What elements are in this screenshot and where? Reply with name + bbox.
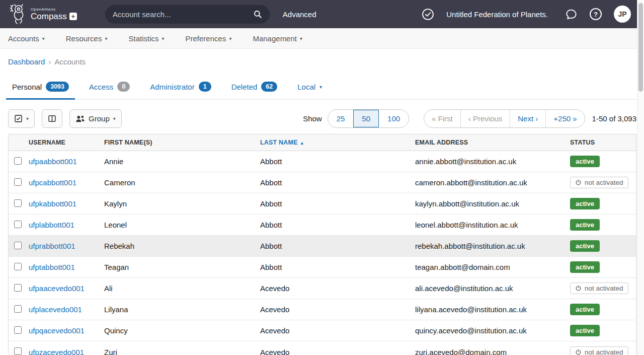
table-row: ufplacevedo001 Lilyana Acevedo lilyana.a…	[9, 299, 636, 320]
table-row: ufpaacevedo001 Ali Acevedo ali.acevedo@i…	[9, 278, 636, 299]
table-toolbar: ▾ Group ▾ Show 2550100 « First‹ Previous…	[8, 109, 636, 128]
tab[interactable]: Deleted 62	[225, 82, 284, 100]
email-cell: teagan.abbott@domain.com	[415, 263, 570, 271]
checkbox-icon	[14, 114, 23, 123]
power-icon	[575, 349, 582, 355]
username-link[interactable]: ufplabbott001	[29, 221, 104, 229]
table-row: ufpkabbott001 Kaylyn Abbott kaylyn.abbot…	[9, 193, 636, 215]
brand-small-text: OpenAthens	[31, 7, 77, 12]
column-header[interactable]: EMAIL ADDRESS	[415, 139, 570, 146]
row-checkbox-cell	[9, 199, 29, 208]
username-link[interactable]: ufpaacevedo001	[29, 284, 104, 293]
pagination-button[interactable]: « First	[424, 110, 460, 127]
row-checkbox[interactable]	[14, 178, 22, 186]
openathens-owl-logo	[8, 3, 27, 25]
pagination-button[interactable]: +250 »	[545, 110, 584, 127]
row-checkbox-cell	[9, 242, 29, 251]
show-label: Show	[303, 114, 322, 123]
row-checkbox[interactable]	[14, 242, 22, 249]
nav-menu-item[interactable]: Preferences ▾	[186, 34, 232, 43]
tab-count-badge: 3093	[46, 82, 69, 92]
username-link[interactable]: ufpqacevedo001	[29, 326, 104, 335]
row-checkbox[interactable]	[14, 199, 22, 207]
column-header[interactable]: LAST NAME▲	[260, 139, 415, 146]
nav-menu-item[interactable]: Accounts ▾	[8, 34, 45, 43]
status-badge-active: active	[570, 240, 600, 252]
group-button[interactable]: Group ▾	[69, 109, 122, 128]
tab-count-badge: 1	[199, 82, 211, 92]
username-link[interactable]: ufplacevedo001	[29, 305, 104, 314]
nav-menu-item[interactable]: Management ▾	[253, 34, 302, 43]
openathens-compass-logo[interactable]: OpenAthens Compass +	[8, 3, 77, 25]
status-badge-not-activated: not activated	[570, 177, 628, 188]
pagination-button[interactable]: Next ›	[510, 110, 545, 127]
status-badge-active: active	[570, 325, 600, 336]
row-checkbox-cell	[9, 347, 29, 355]
username-link[interactable]: ufpzacevedo001	[29, 348, 104, 355]
help-icon[interactable]: ?	[590, 8, 602, 20]
pagination-button[interactable]: ‹ Previous	[460, 110, 510, 127]
vertical-scrollbar[interactable]	[637, 0, 644, 355]
tab[interactable]: Administrator 1	[144, 82, 217, 100]
username-link[interactable]: ufprabbott001	[29, 242, 104, 250]
columns-button[interactable]	[42, 109, 62, 128]
row-checkbox[interactable]	[14, 326, 22, 334]
table-row: ufpzacevedo001 Zuri Acevedo zuri.acevedo…	[9, 341, 636, 355]
row-checkbox[interactable]	[14, 305, 22, 313]
status-cell: active	[570, 325, 636, 336]
bulk-select-button[interactable]: ▾	[8, 109, 35, 128]
search-icon[interactable]	[253, 10, 262, 19]
tab[interactable]: Access 0	[83, 82, 136, 100]
first-name-cell: Quincy	[104, 326, 260, 335]
breadcrumb-dashboard-link[interactable]: Dashboard	[8, 57, 45, 66]
email-cell: zuri.acevedo@domain.com	[415, 348, 570, 355]
status-badge-active: active	[570, 156, 600, 167]
account-search-bar[interactable]	[105, 5, 270, 24]
chevron-down-icon: ▾	[300, 36, 302, 41]
main-nav: Accounts ▾ Resources ▾ Statistics ▾ Pref…	[0, 28, 644, 49]
chat-bubble-icon[interactable]	[565, 8, 578, 21]
status-badge-active: active	[570, 219, 600, 231]
status-badge-active: active	[570, 261, 600, 273]
advanced-search-link[interactable]: Advanced	[283, 10, 316, 19]
column-header[interactable]: FIRST NAME(S)	[104, 139, 260, 146]
chevron-down-icon: ▾	[229, 36, 231, 41]
chevron-down-icon: ▾	[105, 36, 107, 41]
column-header[interactable]: USERNAME	[29, 139, 104, 146]
page-size-option[interactable]: 25	[328, 110, 354, 127]
scrollbar-thumb[interactable]	[638, 3, 643, 92]
breadcrumb-current: Accounts	[54, 57, 86, 66]
username-link[interactable]: ufptabbott001	[29, 263, 104, 271]
username-link[interactable]: ufpcabbott001	[29, 178, 104, 187]
plus-badge-icon: +	[69, 13, 77, 20]
first-name-cell: Rebekah	[104, 242, 260, 250]
nav-menu-item[interactable]: Resources ▾	[66, 34, 108, 43]
row-checkbox[interactable]	[14, 347, 22, 355]
nav-menu-item[interactable]: Statistics ▾	[128, 34, 164, 43]
row-checkbox[interactable]	[14, 221, 22, 228]
tab[interactable]: Personal 3093	[6, 82, 75, 100]
user-avatar[interactable]: JP	[614, 6, 631, 23]
last-name-cell: Abbott	[260, 178, 415, 187]
username-link[interactable]: ufpkabbott001	[29, 199, 104, 208]
last-name-cell: Abbott	[260, 221, 415, 229]
status-cell: active	[570, 219, 636, 231]
row-checkbox-cell	[9, 284, 29, 293]
row-checkbox[interactable]	[14, 284, 22, 292]
check-circle-icon	[422, 8, 434, 21]
table-row: ufplabbott001 Leonel Abbott leonel.abbot…	[9, 215, 636, 236]
brand-name-text: Compass	[31, 12, 67, 22]
first-name-cell: Lilyana	[104, 305, 260, 314]
tab-count-badge: 0	[117, 82, 130, 92]
email-cell: quincy.acevedo@institution.ac.uk	[415, 326, 570, 335]
row-checkbox[interactable]	[14, 157, 22, 165]
account-search-input[interactable]	[113, 10, 253, 19]
page-size-option[interactable]: 50	[353, 110, 379, 127]
username-link[interactable]: ufpaabbott001	[29, 157, 104, 166]
page-size-option[interactable]: 100	[379, 110, 409, 127]
tab[interactable]: Local ▾	[291, 82, 328, 100]
column-header[interactable]: STATUS	[570, 139, 636, 146]
status-badge-active: active	[570, 198, 600, 209]
row-checkbox[interactable]	[14, 263, 22, 270]
first-name-cell: Ali	[104, 284, 260, 293]
